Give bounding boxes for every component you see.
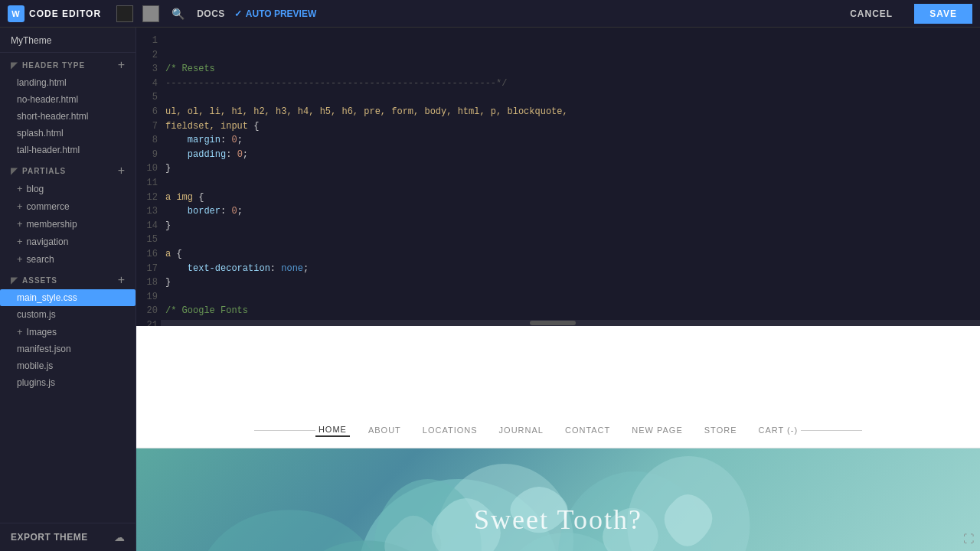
export-label: Export Theme — [11, 532, 88, 543]
logo-icon: W — [8, 5, 24, 22]
auto-preview-toggle[interactable]: ✓ AUTO PREVIEW — [234, 8, 316, 19]
plus-icon: + — [17, 253, 23, 265]
sidebar: MyTheme ◤ HEADER TYPE + landing.html no-… — [0, 28, 136, 551]
sidebar-item-blog[interactable]: + blog — [0, 180, 136, 197]
line-numbers: 12345 678910 1112131415 1617181920 21222… — [136, 28, 161, 326]
sidebar-item-landing[interactable]: landing.html — [0, 74, 136, 91]
search-icon[interactable]: 🔍 — [172, 8, 185, 20]
autopreview-label: AUTO PREVIEW — [246, 8, 316, 19]
sidebar-item-no-header[interactable]: no-header.html — [0, 91, 136, 108]
assets-icon: ◤ — [11, 276, 18, 285]
hero-text: Sweet Tooth? — [474, 504, 642, 536]
app-logo: W CODE EDITOR — [8, 5, 101, 22]
nav-item-store[interactable]: STORE — [701, 424, 740, 436]
sidebar-item-short-header[interactable]: short-header.html — [0, 108, 136, 125]
nav-items: HOME ABOUT LOCATIONS JOURNAL CONTACT NEW… — [315, 423, 801, 437]
header-type-section[interactable]: ◤ HEADER TYPE + — [0, 53, 136, 74]
nav-item-new-page[interactable]: NEW PAGE — [629, 424, 685, 436]
plus-icon: + — [17, 326, 23, 337]
partials-label: ◤ PARTIALS — [11, 166, 66, 176]
preview-nav: HOME ABOUT LOCATIONS JOURNAL CONTACT NEW… — [136, 412, 980, 448]
assets-section[interactable]: ◤ ASSETS + — [0, 268, 136, 289]
cancel-button[interactable]: CANCEL — [838, 5, 905, 22]
save-button[interactable]: SAVE — [914, 4, 972, 24]
header-type-label: ◤ HEADER TYPE — [11, 60, 85, 70]
nav-item-locations[interactable]: LOCATIONS — [420, 424, 481, 436]
sidebar-item-mobile-js[interactable]: mobile.js — [0, 357, 136, 374]
partials-section[interactable]: ◤ PARTIALS + — [0, 158, 136, 180]
sidebar-item-navigation[interactable]: + navigation — [0, 233, 136, 250]
preview-hero: Sweet Tooth? ⛶ — [136, 448, 980, 551]
plus-icon: + — [17, 183, 23, 194]
nav-item-cart[interactable]: CART (-) — [755, 424, 801, 436]
add-partial-icon[interactable]: + — [118, 165, 125, 177]
sidebar-item-tall-header[interactable]: tall-header.html — [0, 142, 136, 158]
preview-pane: HOME ABOUT LOCATIONS JOURNAL CONTACT NEW… — [136, 326, 980, 551]
partials-icon: ◤ — [11, 166, 18, 176]
plus-icon: + — [17, 236, 23, 247]
sidebar-item-commerce[interactable]: + commerce — [0, 197, 136, 215]
sidebar-item-search[interactable]: + search — [0, 250, 136, 268]
code-content[interactable]: /* Resets ------------------------------… — [161, 28, 980, 326]
sidebar-item-manifest[interactable]: manifest.json — [0, 341, 136, 357]
nav-item-journal[interactable]: JOURNAL — [496, 424, 547, 436]
add-asset-icon[interactable]: + — [118, 274, 125, 286]
fullscreen-icon[interactable]: ⛶ — [963, 533, 974, 545]
view-toggle-light[interactable] — [142, 5, 159, 22]
layout-icon: ◤ — [11, 60, 18, 70]
sidebar-item-images[interactable]: + Images — [0, 323, 136, 341]
code-scrollbar-thumb — [530, 321, 576, 325]
svg-point-7 — [198, 510, 381, 551]
content-area: 12345 678910 1112131415 1617181920 21222… — [136, 28, 980, 551]
nav-line-left — [254, 430, 315, 431]
assets-label: ◤ ASSETS — [11, 276, 57, 285]
cloud-icon: ☁ — [114, 531, 125, 543]
autopreview-check-icon: ✓ — [234, 8, 242, 19]
nav-line-right — [801, 430, 862, 431]
theme-name: MyTheme — [0, 28, 136, 53]
nav-item-about[interactable]: ABOUT — [365, 424, 404, 436]
code-editor-pane[interactable]: 12345 678910 1112131415 1617181920 21222… — [136, 28, 980, 326]
sidebar-item-membership[interactable]: + membership — [0, 215, 136, 233]
sidebar-item-main-style[interactable]: main_style.css — [0, 289, 136, 306]
main-layout: MyTheme ◤ HEADER TYPE + landing.html no-… — [0, 28, 980, 551]
code-editor-inner[interactable]: 12345 678910 1112131415 1617181920 21222… — [136, 28, 980, 326]
nav-item-home[interactable]: HOME — [315, 423, 350, 437]
view-toggle-dark[interactable] — [116, 5, 133, 22]
sidebar-item-plugins-js[interactable]: plugins.js — [0, 374, 136, 391]
code-scrollbar[interactable] — [161, 320, 980, 326]
preview-header-area: HOME ABOUT LOCATIONS JOURNAL CONTACT NEW… — [136, 326, 980, 448]
app-title: CODE EDITOR — [29, 8, 101, 19]
export-theme-button[interactable]: Export Theme ☁ — [0, 523, 136, 551]
plus-icon: + — [17, 218, 23, 230]
sidebar-item-splash[interactable]: splash.html — [0, 125, 136, 142]
nav-item-contact[interactable]: CONTACT — [562, 424, 613, 436]
add-header-icon[interactable]: + — [118, 59, 125, 71]
plus-icon: + — [17, 201, 23, 212]
topbar: W CODE EDITOR 🔍 DOCS ✓ AUTO PREVIEW CANC… — [0, 0, 980, 28]
docs-button[interactable]: DOCS — [197, 8, 225, 19]
sidebar-item-custom-js[interactable]: custom.js — [0, 306, 136, 323]
